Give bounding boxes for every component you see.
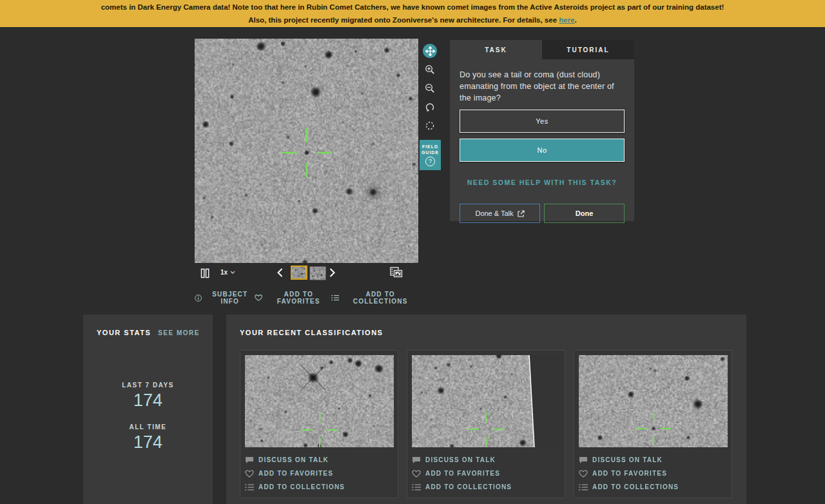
stat-value: 174 [83, 391, 213, 411]
add-to-favorites-label: ADD TO FAVORITES [425, 470, 500, 477]
frame-thumbnail-2-image [310, 267, 325, 280]
add-to-collections-label: ADD TO COLLECTIONS [342, 291, 418, 305]
reset-icon [425, 121, 435, 131]
discuss-on-talk-label: DISCUSS ON TALK [258, 456, 329, 463]
add-to-favorites-link[interactable]: ADD TO FAVORITES [579, 467, 667, 480]
zoom-out-icon [425, 83, 435, 93]
classification-thumbnail[interactable] [579, 355, 728, 447]
reset-button[interactable] [423, 119, 437, 133]
add-to-collections-link[interactable]: ADD TO COLLECTIONS [579, 480, 679, 494]
add-to-favorites-link[interactable]: ADD TO FAVORITES [245, 467, 333, 480]
tab-task[interactable]: TASK [450, 40, 542, 59]
answer-yes-button[interactable]: Yes [460, 110, 625, 133]
speed-chevron-icon [230, 271, 235, 274]
collections-list-icon [331, 294, 339, 302]
discuss-on-talk-link[interactable]: DISCUSS ON TALK [245, 453, 329, 467]
add-to-collections-label: ADD TO COLLECTIONS [592, 483, 679, 490]
heart-icon [579, 470, 588, 478]
field-guide-label: FIELD GUIDE [420, 144, 441, 155]
banner-line-2-suffix: . [575, 16, 577, 24]
add-to-collections-label: ADD TO COLLECTIONS [425, 483, 512, 490]
heart-icon [255, 294, 262, 302]
subject-info-link[interactable]: SUBJECT INFO [195, 291, 255, 305]
zoom-in-icon [425, 64, 435, 75]
next-frame-button[interactable] [329, 268, 335, 277]
answer-no-button[interactable]: No [460, 139, 625, 162]
stat-label: LAST 7 DAYS [83, 382, 213, 389]
talk-icon [579, 456, 588, 464]
task-help-link[interactable]: NEED SOME HELP WITH THIS TASK? [463, 178, 621, 187]
stat-all-time: ALL TIME 174 [83, 423, 213, 452]
recent-classifications-panel: YOUR RECENT CLASSIFICATIONS DISCUSS ON T… [226, 315, 746, 504]
field-guide-button[interactable]: FIELD GUIDE ? [420, 140, 441, 170]
add-to-collections-label: ADD TO COLLECTIONS [258, 483, 345, 490]
stat-last-7-days: LAST 7 DAYS 174 [83, 382, 213, 411]
zoom-in-button[interactable] [423, 63, 437, 77]
recent-classifications-title: YOUR RECENT CLASSIFICATIONS [240, 329, 733, 336]
collections-list-icon [579, 483, 588, 491]
page: comets in Dark Energy Camera data! Note … [0, 0, 825, 504]
classification-thumbnail[interactable] [245, 355, 394, 447]
frame-thumbnail-2[interactable] [309, 266, 326, 280]
classification-thumbnail[interactable] [412, 355, 561, 447]
classification-card: DISCUSS ON TALK ADD TO FAVORITES ADD TO … [240, 350, 398, 498]
banner-line-2-prefix: Also, this project recently migrated ont… [248, 16, 559, 24]
collections-list-icon [412, 483, 421, 491]
add-to-favorites-label: ADD TO FAVORITES [592, 470, 667, 477]
previous-frame-button[interactable] [277, 268, 283, 277]
banner-line-2: Also, this project recently migrated ont… [0, 14, 825, 26]
move-icon [425, 46, 435, 56]
subject-links-row: SUBJECT INFO ADD TO FAVORITES ADD TO COL… [195, 291, 418, 305]
rotate-icon [425, 102, 435, 112]
done-and-talk-button[interactable]: Done & Talk [460, 204, 540, 223]
discuss-on-talk-link[interactable]: DISCUSS ON TALK [579, 453, 663, 467]
subject-info-label: SUBJECT INFO [205, 291, 255, 305]
collections-list-icon [245, 483, 254, 491]
heart-icon [412, 470, 421, 478]
add-to-favorites-label: ADD TO FAVORITES [258, 470, 333, 477]
subject-image[interactable] [195, 39, 418, 263]
classification-card: DISCUSS ON TALK ADD TO FAVORITES ADD TO … [407, 350, 565, 498]
add-to-collections-link[interactable]: ADD TO COLLECTIONS [412, 480, 512, 494]
add-to-collections-link[interactable]: ADD TO COLLECTIONS [245, 480, 345, 494]
task-panel: TASK TUTORIAL Do you see a tail or coma … [450, 40, 634, 221]
done-button[interactable]: Done [544, 204, 625, 223]
viewer-controls: 1x [195, 263, 418, 284]
stats-panel: YOUR STATS SEE MORE LAST 7 DAYS 174 ALL … [83, 315, 213, 504]
flipbook-icon [390, 267, 403, 278]
previous-icon [277, 268, 283, 277]
talk-icon [412, 456, 421, 464]
discuss-on-talk-label: DISCUSS ON TALK [592, 456, 663, 463]
field-guide-help-icon: ? [425, 157, 435, 166]
task-question: Do you see a tail or coma (dust cloud) e… [460, 69, 625, 104]
frame-thumbnail-1-image [292, 267, 306, 278]
pause-button[interactable] [200, 268, 210, 278]
info-icon [195, 294, 202, 302]
discuss-on-talk-label: DISCUSS ON TALK [425, 456, 496, 463]
frame-thumbnail-1[interactable] [291, 266, 307, 280]
pause-icon [200, 268, 210, 278]
add-to-favorites-link[interactable]: ADD TO FAVORITES [255, 291, 331, 305]
see-more-link[interactable]: SEE MORE [158, 329, 200, 336]
stat-label: ALL TIME [83, 423, 213, 431]
add-to-favorites-link[interactable]: ADD TO FAVORITES [412, 467, 500, 480]
flipbook-mode-button[interactable] [390, 267, 403, 278]
banner-line-1: comets in Dark Energy Camera data! Note … [0, 0, 825, 14]
discuss-on-talk-link[interactable]: DISCUSS ON TALK [412, 453, 496, 467]
tab-tutorial[interactable]: TUTORIAL [542, 40, 634, 59]
speed-select[interactable]: 1x [220, 269, 235, 276]
rotate-button[interactable] [423, 100, 437, 114]
speed-value: 1x [220, 269, 228, 276]
task-footer: Done & Talk Done [460, 204, 625, 223]
pan-tool-button[interactable] [423, 44, 437, 58]
image-toolbar [419, 44, 441, 156]
heart-icon [245, 470, 254, 478]
add-to-collections-link[interactable]: ADD TO COLLECTIONS [331, 291, 418, 305]
banner-here-link[interactable]: here [559, 16, 574, 24]
next-icon [329, 268, 335, 277]
announcement-banner: comets in Dark Energy Camera data! Note … [0, 0, 825, 27]
talk-icon [245, 456, 254, 464]
zoom-out-button[interactable] [423, 81, 437, 95]
done-and-talk-label: Done & Talk [475, 209, 513, 217]
stats-title: YOUR STATS [97, 329, 151, 336]
